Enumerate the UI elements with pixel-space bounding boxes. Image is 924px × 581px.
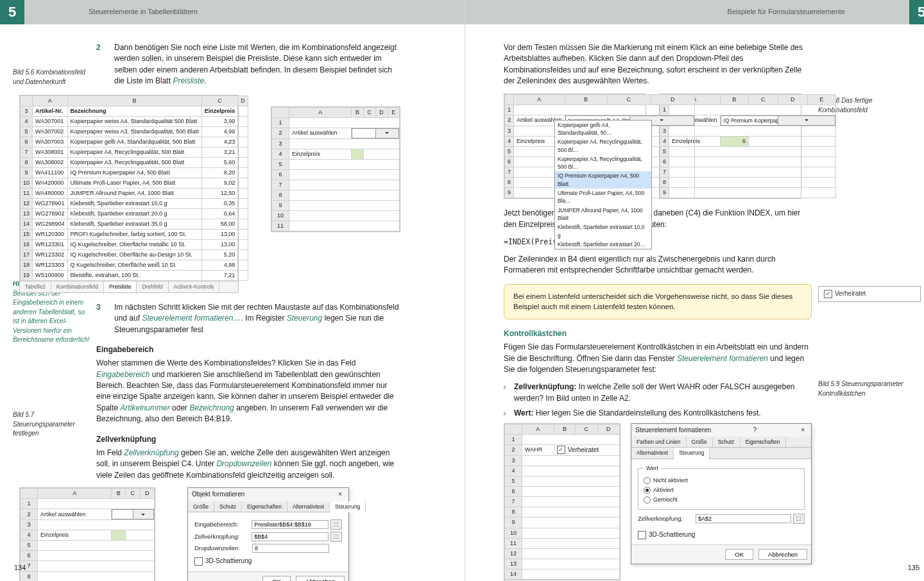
dialog-objekt-formatieren: Objekt formatieren× GrößeSchutzEigenscha… <box>187 487 349 581</box>
range-picker-icon[interactable]: ⬚ <box>793 514 805 524</box>
dialog-tabs: GrößeSchutzEigenschaftenAlternativtextSt… <box>188 501 348 512</box>
range-picker-icon[interactable]: ⬚ <box>330 532 342 542</box>
running-head-right: Beispiele für Formularsteuerelemente <box>465 0 909 24</box>
header-row: 3 Artikel-Nr. Bezeichnung Einzelpreis <box>21 106 248 116</box>
book-spread: 5 Steuerelemente in Tabellenblättern Bil… <box>0 0 924 581</box>
combo-sheet: ABCDE 1 2Artikel auswählen 3 4Einzelprei… <box>271 106 400 233</box>
pricelist-sheet: A B C D 3 Artikel-Nr. Bezeichnung Einzel… <box>19 95 239 293</box>
bullet-zell: Zellverknüpfung: In welche Zelle soll de… <box>504 382 812 404</box>
p-r2: Jetzt benötigen Sie noch in der Zelle re… <box>504 208 812 230</box>
page-right: 5 Beispiele für Formularsteuerelemente B… <box>465 0 924 581</box>
page-number-left: 134 <box>14 563 26 573</box>
chapter-number: 5 <box>0 0 24 24</box>
checkbox-verheiratet-sheet[interactable]: ✓ <box>557 446 565 454</box>
h-kontrollkaestchen: Kontrollkästchen <box>504 328 812 339</box>
page-header: 5 Steuerelemente in Tabellenblättern <box>0 0 465 24</box>
running-head-left: Steuerelemente in Tabellenblättern <box>24 0 465 24</box>
close-icon[interactable]: × <box>798 426 807 435</box>
formula: =INDEX(Preisliste!B4:C19;B4;2) <box>504 237 812 248</box>
col-headers: A B C D <box>21 96 248 106</box>
link-preisliste: Preisliste <box>173 76 204 85</box>
chevron-down-icon[interactable] <box>375 129 398 138</box>
pricelist-table: A B C D 3 Artikel-Nr. Bezeichnung Einzel… <box>20 96 248 282</box>
step-2-text: Dann benötigen Sie noch eine Liste mit W… <box>114 42 400 87</box>
note-box: Bei einem Listenfeld unterscheidet sich … <box>504 284 812 319</box>
step-list-2: 3 Im nächsten Schritt klicken Sie mit de… <box>96 302 400 335</box>
cancel-button[interactable]: Abbrechen <box>296 576 345 582</box>
dialog-title: Objekt formatieren <box>192 490 244 500</box>
content-right: Vor dem Testen müssen Sie die Markierung… <box>465 24 924 580</box>
page-left: 5 Steuerelemente in Tabellenblättern Bil… <box>0 0 465 581</box>
chapter-number: 5 <box>909 0 924 24</box>
combo-box[interactable] <box>352 128 399 139</box>
p-zell: Im Feld Zellverknüpfung geben Sie an, we… <box>96 448 400 481</box>
bullet-wert: Wert: Hier legen Sie die Standardeinstel… <box>504 408 812 419</box>
p-kk: Fügen Sie das Formularsteuerelement Kont… <box>504 342 812 375</box>
fieldset-wert: Wert Nicht aktiviert Aktiviert Gemischt <box>638 464 805 510</box>
checkbox-3d-2[interactable] <box>638 531 646 539</box>
step-list: 2 Dann benötigen Sie noch eine Liste mit… <box>96 42 400 87</box>
dialog-title-2: Steuerelement formatieren <box>635 426 711 435</box>
page-number-right: 135 <box>908 563 920 573</box>
figure-5-8: ABCD 1 2Artikel auswählen Kopierpapier g… <box>504 94 812 199</box>
radio-nicht-aktiviert[interactable]: Nicht aktiviert <box>644 476 799 485</box>
input-zellverknuepfung-2[interactable] <box>696 514 791 523</box>
step-2: 2 Dann benötigen Sie noch eine Liste mit… <box>96 42 400 87</box>
radio-gemischt[interactable]: Gemischt <box>644 496 799 504</box>
figure-5-7: ABCD 1 2Artikel auswählen 3 4Einzelpreis… <box>19 487 400 581</box>
label-artikel: Artikel auswählen <box>289 128 352 139</box>
p-eingabe: Woher stammen die Werte des Kombinations… <box>96 358 400 425</box>
dialog-tabs-bottom: AlternativtextSteuerung <box>631 448 811 459</box>
dialog-tabs-top: Farben und LinienGrößeSchutzEigenschafte… <box>631 437 811 448</box>
range-picker-icon[interactable]: ⬚ <box>330 519 342 530</box>
checkbox-sheet: ABCD 1 2WAHR ✓Verheiratet 3 4 5 6 7 8 9 … <box>504 423 620 580</box>
cell-wahr: WAHR <box>522 444 554 456</box>
figure-5-9: ABCD 1 2WAHR ✓Verheiratet 3 4 5 6 7 8 9 … <box>504 423 812 580</box>
combo-dropdown[interactable]: Kopierpapier gelb A4, Standardqualität, … <box>554 120 652 250</box>
step-3-number: 3 <box>96 302 101 313</box>
h-zell: Zellverknüpfung <box>96 434 400 445</box>
cancel-button[interactable]: Abbrechen <box>758 549 807 560</box>
radio-aktiviert[interactable]: Aktiviert <box>644 486 799 494</box>
page-header: 5 Beispiele für Formularsteuerelemente <box>465 0 924 24</box>
step-2-number: 2 <box>96 42 101 53</box>
step-3: 3 Im nächsten Schritt klicken Sie mit de… <box>96 302 400 335</box>
p-r3: Der Zeilenindex in B4 dient eigentlich n… <box>504 254 812 276</box>
combo-box-2[interactable] <box>112 509 154 519</box>
chevron-down-icon[interactable] <box>778 116 835 125</box>
dialog-steuerelement-formatieren: Steuerelement formatieren?× Farben und L… <box>631 423 812 565</box>
input-eingabebereich[interactable] <box>252 520 329 529</box>
combo-open-sheet: ABCD 1 2Artikel auswählen Kopierpapier g… <box>504 94 646 199</box>
label-preis: Einzelpreis <box>289 149 352 159</box>
ok-button[interactable]: OK <box>725 549 753 560</box>
chevron-down-icon[interactable] <box>133 510 153 519</box>
input-dropdownzeilen[interactable] <box>252 544 329 553</box>
combo-sheet-2: ABCD 1 2Artikel auswählen 3 4Einzelpreis… <box>19 487 155 581</box>
figure-5-6: A B C D 3 Artikel-Nr. Bezeichnung Einzel… <box>19 95 400 293</box>
sheet-tabs: Tabelle2KombinationsfeldPreislisteDrehfe… <box>20 281 238 292</box>
ok-button[interactable]: OK <box>262 576 291 582</box>
step-3-text: Im nächsten Schritt klicken Sie mit der … <box>114 302 400 335</box>
h-eingabe: Eingabebereich <box>96 344 400 355</box>
content-left: 2 Dann benötigen Sie noch eine Liste mit… <box>0 24 465 581</box>
cell-index-value: 6 <box>720 137 748 147</box>
combo-box-result[interactable]: IQ Premium Kopierpapier A4, 500 Blatt <box>721 115 835 126</box>
pricelist-rows: 4WA307001Kopierpapier weiss A4, Standard… <box>21 116 248 281</box>
close-icon[interactable]: × <box>336 490 345 500</box>
input-zellverknuepfung[interactable] <box>252 532 329 541</box>
checkbox-3d[interactable] <box>194 557 203 566</box>
p-r1: Vor dem Testen müssen Sie die Markierung… <box>504 42 812 87</box>
